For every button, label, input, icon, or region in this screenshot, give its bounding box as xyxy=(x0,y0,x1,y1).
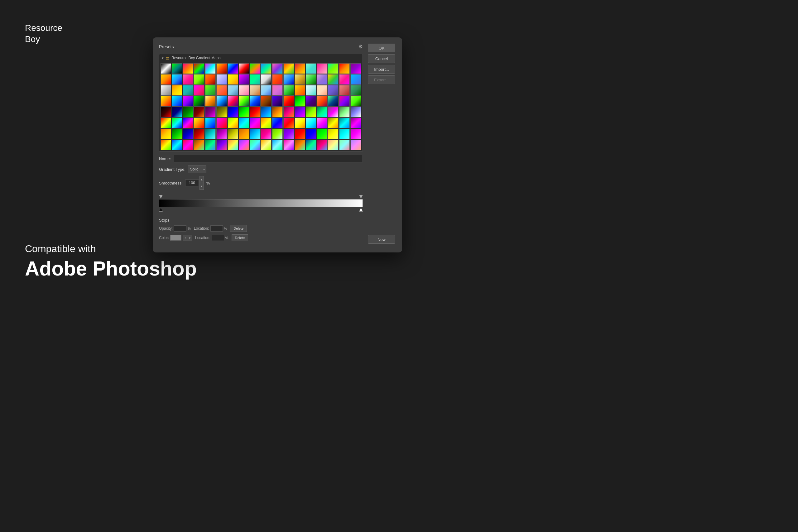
gradient-swatch[interactable] xyxy=(328,96,339,107)
gradient-swatch[interactable] xyxy=(205,85,216,96)
gradient-swatch[interactable] xyxy=(216,85,227,96)
gradient-swatch[interactable] xyxy=(205,140,216,150)
color-type-select[interactable]: ▾ xyxy=(183,235,192,241)
new-button[interactable]: New xyxy=(368,235,395,244)
gradient-swatch[interactable] xyxy=(339,129,350,139)
gradient-swatch[interactable] xyxy=(294,85,305,96)
gradient-swatch[interactable] xyxy=(228,107,238,117)
gradient-swatch[interactable] xyxy=(350,107,361,117)
gradient-swatch[interactable] xyxy=(328,107,339,117)
gradient-swatch[interactable] xyxy=(272,63,283,74)
gradient-swatch[interactable] xyxy=(294,96,305,107)
gradient-swatch[interactable] xyxy=(194,74,205,85)
gradient-swatch[interactable] xyxy=(160,140,171,150)
gradient-swatch[interactable] xyxy=(194,63,205,74)
gradient-swatch[interactable] xyxy=(283,96,294,107)
gradient-swatch[interactable] xyxy=(339,63,350,74)
gradient-swatch[interactable] xyxy=(228,140,238,150)
gradient-swatch[interactable] xyxy=(328,140,339,150)
gradient-swatch[interactable] xyxy=(228,96,238,107)
color-stop-left[interactable] xyxy=(159,208,163,212)
gradient-swatch[interactable] xyxy=(183,85,194,96)
gradient-bar[interactable] xyxy=(159,199,363,207)
gradient-swatch[interactable] xyxy=(350,96,361,107)
color-swatch[interactable] xyxy=(170,235,182,241)
opacity-delete-btn[interactable]: Delete xyxy=(230,225,247,232)
gradient-swatch[interactable] xyxy=(283,118,294,128)
gradient-type-select[interactable]: Solid Noise xyxy=(188,166,206,173)
gradient-swatch[interactable] xyxy=(160,63,171,74)
gradient-swatch[interactable] xyxy=(306,107,317,117)
gradient-swatch[interactable] xyxy=(339,107,350,117)
gradient-swatch[interactable] xyxy=(306,129,317,139)
gradient-swatch[interactable] xyxy=(306,74,317,85)
gradient-swatch[interactable] xyxy=(294,140,305,150)
gradient-swatch[interactable] xyxy=(160,85,171,96)
gradient-swatch[interactable] xyxy=(306,140,317,150)
smoothness-input[interactable] xyxy=(185,179,199,186)
gradient-swatch[interactable] xyxy=(194,118,205,128)
gradient-swatch[interactable] xyxy=(261,140,271,150)
gradient-swatch[interactable] xyxy=(194,129,205,139)
color-stop-right[interactable] xyxy=(359,208,363,212)
gradient-swatch[interactable] xyxy=(350,140,361,150)
gradient-swatch[interactable] xyxy=(339,140,350,150)
gradient-swatch[interactable] xyxy=(272,129,283,139)
gradient-swatch[interactable] xyxy=(294,129,305,139)
gradient-swatch[interactable] xyxy=(239,63,249,74)
gradient-swatch[interactable] xyxy=(283,129,294,139)
gradient-swatch[interactable] xyxy=(183,140,194,150)
gradient-swatch[interactable] xyxy=(328,118,339,128)
gradient-swatch[interactable] xyxy=(317,118,328,128)
gradient-swatch[interactable] xyxy=(250,118,261,128)
gradient-swatch[interactable] xyxy=(328,85,339,96)
ok-button[interactable]: OK xyxy=(368,44,395,52)
gradient-swatch[interactable] xyxy=(328,129,339,139)
gradient-swatch[interactable] xyxy=(216,74,227,85)
gradient-swatch[interactable] xyxy=(294,74,305,85)
gradient-swatch[interactable] xyxy=(272,96,283,107)
gradient-swatch[interactable] xyxy=(239,140,249,150)
gradient-swatch[interactable] xyxy=(239,118,249,128)
gradient-swatch[interactable] xyxy=(216,63,227,74)
gradient-swatch[interactable] xyxy=(339,74,350,85)
gradient-swatch[interactable] xyxy=(216,140,227,150)
gradient-swatch[interactable] xyxy=(317,74,328,85)
gradient-swatch[interactable] xyxy=(205,118,216,128)
gradient-swatch[interactable] xyxy=(183,63,194,74)
gradient-swatch[interactable] xyxy=(194,107,205,117)
gradient-swatch[interactable] xyxy=(250,63,261,74)
gradient-swatch[interactable] xyxy=(216,96,227,107)
gradient-swatch[interactable] xyxy=(294,107,305,117)
gradient-swatch[interactable] xyxy=(228,63,238,74)
gradient-swatch[interactable] xyxy=(317,107,328,117)
gradient-swatch[interactable] xyxy=(160,118,171,128)
gradient-swatch[interactable] xyxy=(317,96,328,107)
gradient-swatch[interactable] xyxy=(216,107,227,117)
smoothness-down-btn[interactable]: ▼ xyxy=(200,183,204,190)
cancel-button[interactable]: Cancel xyxy=(368,54,395,63)
gradient-swatch[interactable] xyxy=(317,129,328,139)
gradient-swatch[interactable] xyxy=(205,74,216,85)
gradient-swatch[interactable] xyxy=(294,118,305,128)
gradient-swatch[interactable] xyxy=(250,107,261,117)
gradient-swatch[interactable] xyxy=(261,96,271,107)
gradient-swatch[interactable] xyxy=(228,118,238,128)
gradient-swatch[interactable] xyxy=(283,63,294,74)
gradient-swatch[interactable] xyxy=(250,96,261,107)
gradient-swatch[interactable] xyxy=(172,96,182,107)
gradient-swatch[interactable] xyxy=(272,85,283,96)
gradient-swatch[interactable] xyxy=(306,118,317,128)
gradient-swatch[interactable] xyxy=(272,107,283,117)
gradient-swatch[interactable] xyxy=(261,107,271,117)
gradient-swatch[interactable] xyxy=(160,129,171,139)
gradient-swatch[interactable] xyxy=(306,85,317,96)
gradient-swatch[interactable] xyxy=(261,118,271,128)
smoothness-up-btn[interactable]: ▲ xyxy=(200,176,204,183)
opacity-stop-left[interactable] xyxy=(159,195,163,198)
gradient-swatch[interactable] xyxy=(250,85,261,96)
gradient-swatch[interactable] xyxy=(205,63,216,74)
gradient-swatch[interactable] xyxy=(272,74,283,85)
gradient-swatch[interactable] xyxy=(317,63,328,74)
gradient-swatch[interactable] xyxy=(261,74,271,85)
